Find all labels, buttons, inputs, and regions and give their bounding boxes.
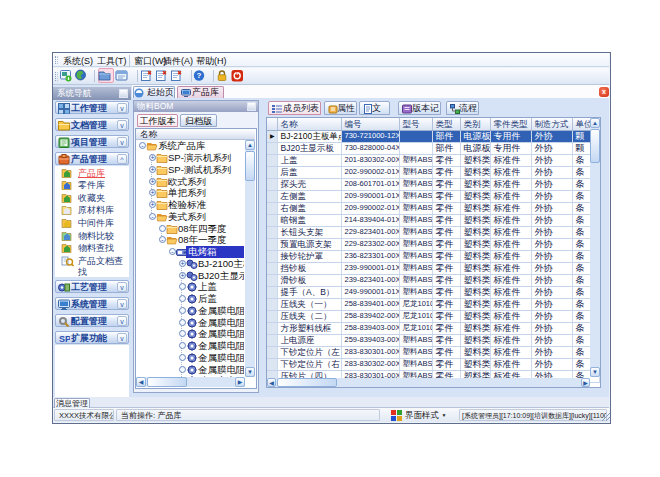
svg-text:?: ?: [197, 71, 202, 80]
svg-text:SP: SP: [59, 334, 70, 344]
